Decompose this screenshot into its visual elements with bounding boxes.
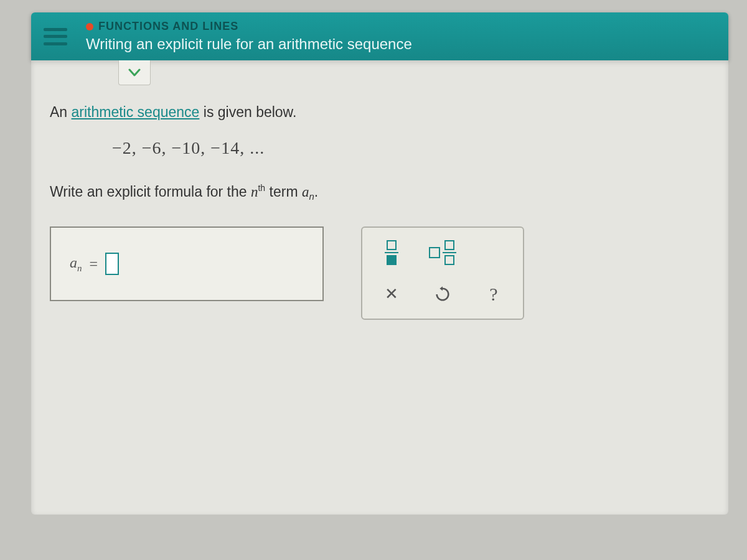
category-text: FUNCTIONS AND LINES: [98, 20, 238, 33]
content-area: An arithmetic sequence is given below. −…: [31, 60, 728, 515]
app-header: FUNCTIONS AND LINES Writing an explicit …: [31, 12, 728, 60]
mixed-number-button[interactable]: [424, 237, 461, 268]
answer-box: an =: [50, 226, 324, 301]
instruction-th: th: [258, 183, 265, 193]
sequence-display: −2, −6, −10, −14, ...: [112, 138, 710, 158]
answer-sub-n: n: [77, 263, 82, 273]
equals-sign: =: [90, 256, 98, 273]
intro-suffix: is given below.: [199, 104, 296, 120]
menu-icon[interactable]: [44, 28, 67, 45]
fraction-icon: [385, 240, 398, 265]
instruction-end: .: [314, 184, 318, 200]
answer-lhs: an: [70, 254, 82, 274]
instruction-prefix: Write an explicit formula for the: [50, 184, 251, 200]
answer-a: a: [70, 254, 77, 271]
chevron-down-icon: [128, 65, 141, 81]
reset-button[interactable]: [424, 279, 461, 310]
mixed-number-icon: [429, 240, 456, 265]
math-toolbox: ✕ ?: [361, 226, 524, 320]
problem-body: An arithmetic sequence is given below. −…: [44, 85, 716, 320]
instruction-sub-n: n: [309, 191, 314, 202]
instruction-a: a: [302, 184, 309, 200]
x-icon: ✕: [385, 284, 398, 304]
instruction-mid: term: [265, 184, 302, 200]
status-dropdown[interactable]: [118, 60, 151, 85]
category-dot-icon: [86, 23, 93, 30]
instruction-text: Write an explicit formula for the nth te…: [50, 183, 710, 202]
term-link-arithmetic-sequence[interactable]: arithmetic sequence: [72, 104, 200, 120]
answer-input[interactable]: [105, 253, 119, 275]
intro-text: An arithmetic sequence is given below.: [50, 104, 710, 121]
category-label: FUNCTIONS AND LINES: [86, 20, 412, 33]
help-icon: ?: [489, 284, 497, 305]
page-title: Writing an explicit rule for an arithmet…: [86, 35, 412, 53]
help-button[interactable]: ?: [475, 279, 512, 310]
fraction-button[interactable]: [373, 237, 410, 268]
clear-button[interactable]: ✕: [373, 279, 410, 310]
intro-prefix: An: [50, 104, 72, 120]
instruction-n: n: [251, 184, 258, 200]
reset-icon: [434, 286, 451, 303]
